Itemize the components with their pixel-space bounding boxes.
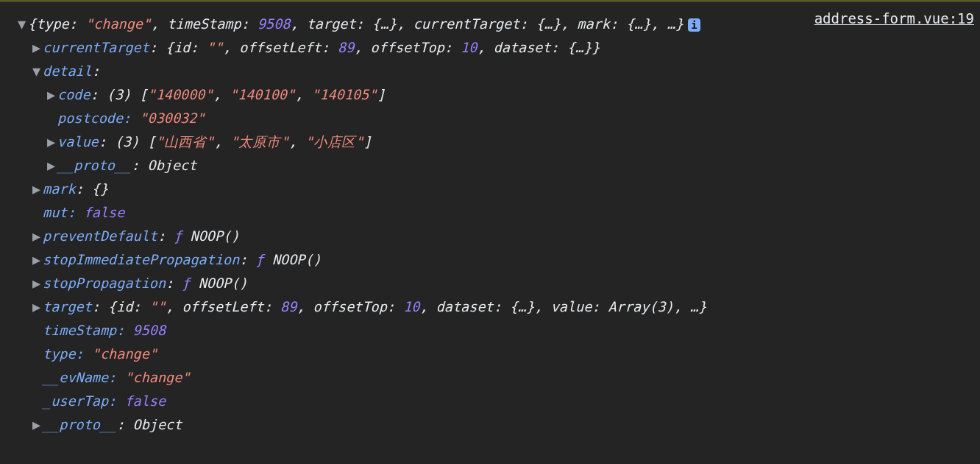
prop-detail-code[interactable]: ▶code: (3) ["140000", "140100", "140105"…: [6, 83, 980, 107]
chevron-right-icon[interactable]: ▶: [32, 36, 43, 60]
prop-preventDefault[interactable]: ▶preventDefault: ƒ NOOP(): [6, 225, 980, 248]
object-tree: ▼{type: "change", timeStamp: 9508, targe…: [0, 8, 980, 437]
chevron-down-icon[interactable]: ▼: [18, 13, 28, 36]
console-message-row: address-form.vue:19 ▼{type: "change", ti…: [0, 1, 980, 437]
chevron-right-icon[interactable]: ▶: [47, 83, 57, 107]
chevron-right-icon[interactable]: ▶: [32, 272, 43, 295]
prop-stopPropagation[interactable]: ▶stopPropagation: ƒ NOOP(): [6, 272, 980, 295]
prop-target[interactable]: ▶target: {id: "", offsetLeft: 89, offset…: [6, 295, 980, 319]
prop-currentTarget[interactable]: ▶currentTarget: {id: "", offsetLeft: 89,…: [6, 36, 980, 60]
prop-mut: mut: false: [6, 201, 980, 225]
chevron-right-icon[interactable]: ▶: [32, 295, 43, 319]
source-link[interactable]: address-form.vue:19: [814, 7, 974, 30]
prop-detail-postcode: postcode: "030032": [6, 107, 980, 130]
prop-proto[interactable]: ▶__proto__: Object: [6, 413, 980, 437]
prop-userTap: _userTap: false: [6, 390, 980, 413]
info-icon[interactable]: i: [688, 18, 700, 32]
chevron-right-icon[interactable]: ▶: [32, 248, 43, 272]
prop-stopImmediatePropagation[interactable]: ▶stopImmediatePropagation: ƒ NOOP(): [6, 248, 980, 272]
prop-evName: __evName: "change": [6, 366, 980, 390]
chevron-right-icon[interactable]: ▶: [47, 154, 57, 177]
chevron-right-icon[interactable]: ▶: [32, 225, 43, 248]
chevron-right-icon[interactable]: ▶: [32, 413, 43, 437]
prop-detail[interactable]: ▼detail:: [6, 60, 980, 83]
prop-timeStamp: timeStamp: 9508: [6, 319, 980, 342]
prop-type: type: "change": [6, 342, 980, 366]
prop-mark[interactable]: ▶mark: {}: [6, 177, 980, 201]
chevron-right-icon[interactable]: ▶: [47, 130, 57, 154]
chevron-down-icon[interactable]: ▼: [32, 60, 43, 83]
chevron-right-icon[interactable]: ▶: [32, 177, 43, 201]
prop-detail-proto[interactable]: ▶__proto__: Object: [6, 154, 980, 177]
prop-detail-value[interactable]: ▶value: (3) ["山西省", "太原市", "小店区"]: [6, 130, 980, 154]
